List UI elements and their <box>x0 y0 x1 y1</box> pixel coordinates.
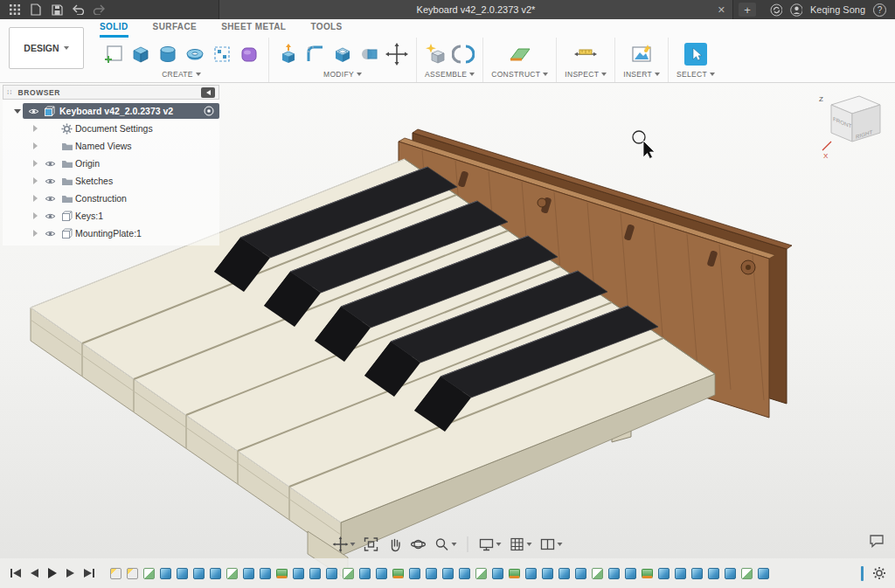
pan-icon[interactable] <box>333 536 356 552</box>
expand-arrow-icon[interactable] <box>33 230 38 237</box>
file-icon[interactable] <box>30 3 42 16</box>
apps-grid-icon[interactable] <box>9 3 21 16</box>
timeline-feature-extrude-icon[interactable] <box>426 568 437 579</box>
timeline-feature-extrude-icon[interactable] <box>691 568 703 579</box>
timeline-feature-extrude-icon[interactable] <box>293 568 304 579</box>
tab-solid[interactable]: SOLID <box>100 22 128 38</box>
tab-tools[interactable]: TOOLS <box>310 22 342 38</box>
activate-component-icon[interactable] <box>204 106 214 116</box>
timeline-feature-extrude-icon[interactable] <box>708 568 719 579</box>
timeline-feature-plane-icon[interactable] <box>276 569 288 578</box>
create-cylinder-icon[interactable] <box>156 43 179 66</box>
modify-move-icon[interactable] <box>385 43 408 66</box>
step-forward-icon[interactable] <box>64 566 78 580</box>
timeline-feature-extrude-icon[interactable] <box>625 568 636 579</box>
timeline-feature-extrude-icon[interactable] <box>177 568 188 579</box>
timeline-feature-extrude-icon[interactable] <box>542 568 553 579</box>
timeline-feature-sketch-icon[interactable] <box>226 568 238 579</box>
browser-item-origin[interactable]: Origin <box>3 155 219 172</box>
timeline-feature-extrude-icon[interactable] <box>725 568 736 579</box>
expand-arrow-icon[interactable] <box>14 109 21 114</box>
expand-arrow-icon[interactable] <box>33 195 38 202</box>
modify-press-pull-icon[interactable] <box>277 43 300 66</box>
timeline-feature-extrude-icon[interactable] <box>608 568 620 579</box>
timeline-feature-extrude-icon[interactable] <box>243 568 254 579</box>
visibility-eye-icon[interactable] <box>45 160 56 168</box>
assemble-new-component-icon[interactable] <box>425 43 448 66</box>
tab-sheet-metal[interactable]: SHEET METAL <box>221 22 286 38</box>
expand-arrow-icon[interactable] <box>33 142 38 149</box>
timeline-feature-plane-icon[interactable] <box>392 569 404 578</box>
browser-item-named-views[interactable]: Named Views <box>3 137 219 155</box>
timeline-feature-extrude-icon[interactable] <box>559 568 570 579</box>
new-tab-button[interactable]: + <box>739 3 756 17</box>
timeline-feature-extrude-icon[interactable] <box>459 568 470 579</box>
timeline-feature-extrude-icon[interactable] <box>492 568 503 579</box>
timeline-settings-gear-icon[interactable] <box>872 566 886 580</box>
timeline-feature-sketch-icon[interactable] <box>592 568 603 579</box>
group-construct-label[interactable]: CONSTRUCT <box>491 70 548 79</box>
collapse-panel-icon[interactable] <box>201 87 215 98</box>
browser-item-sketches[interactable]: Sketches <box>3 172 219 190</box>
drag-handle-icon[interactable]: ⁞⁞ <box>7 88 12 96</box>
sync-icon[interactable] <box>770 3 782 16</box>
expand-arrow-icon[interactable] <box>33 160 38 167</box>
timeline-feature-extrude-icon[interactable] <box>442 568 454 579</box>
modify-combine-icon[interactable] <box>358 43 381 66</box>
zoom-icon[interactable] <box>434 536 457 552</box>
save-icon[interactable] <box>51 3 63 16</box>
visibility-eye-icon[interactable] <box>45 177 56 185</box>
insert-canvas-icon[interactable] <box>630 43 653 66</box>
timeline-feature-extrude-icon[interactable] <box>525 568 537 579</box>
modify-fillet-icon[interactable] <box>304 43 327 66</box>
display-settings-icon[interactable] <box>479 536 502 552</box>
timeline-feature-extrude-icon[interactable] <box>575 568 586 579</box>
browser-root-row[interactable]: Keyboard v42_2.0.2373 v2 <box>3 102 219 120</box>
avatar[interactable] <box>790 3 802 16</box>
group-modify-label[interactable]: MODIFY <box>323 70 362 79</box>
create-sketch-icon[interactable] <box>102 43 125 66</box>
skip-to-end-icon[interactable] <box>82 566 96 580</box>
orbit-icon[interactable] <box>411 536 427 552</box>
timeline-feature-extrude-icon[interactable] <box>160 568 171 579</box>
browser-item-construction[interactable]: Construction <box>3 190 219 207</box>
fit-icon[interactable] <box>364 536 379 552</box>
select-tool-icon[interactable] <box>684 43 707 66</box>
tab-close-icon[interactable]: ✕ <box>718 4 725 16</box>
timeline-feature-component-icon[interactable] <box>127 568 138 579</box>
timeline-feature-sketch-icon[interactable] <box>343 568 354 579</box>
timeline-end-marker[interactable] <box>861 566 864 581</box>
timeline-feature-extrude-icon[interactable] <box>376 568 387 579</box>
timeline-feature-sketch-icon[interactable] <box>143 568 155 579</box>
group-insert-label[interactable]: INSERT <box>623 70 660 79</box>
timeline-feature-extrude-icon[interactable] <box>658 568 670 579</box>
group-assemble-label[interactable]: ASSEMBLE <box>425 70 475 79</box>
viewcube[interactable]: Z FRONT RIGHT X <box>815 87 890 165</box>
workspace-selector[interactable]: DESIGN <box>9 27 84 69</box>
redo-icon[interactable] <box>93 3 105 16</box>
modify-shell-icon[interactable] <box>331 43 354 66</box>
step-back-icon[interactable] <box>27 566 41 580</box>
browser-item-mountingplate[interactable]: MountingPlate:1 <box>3 225 219 242</box>
assemble-joint-icon[interactable] <box>452 43 475 66</box>
create-torus-icon[interactable] <box>184 43 206 66</box>
create-box-icon[interactable] <box>129 43 152 66</box>
comment-icon[interactable] <box>869 534 885 551</box>
timeline-feature-extrude-icon[interactable] <box>758 568 769 579</box>
timeline-feature-extrude-icon[interactable] <box>409 568 420 579</box>
play-icon[interactable] <box>45 566 59 580</box>
group-create-label[interactable]: CREATE <box>162 70 201 79</box>
visibility-eye-icon[interactable] <box>28 107 39 115</box>
skip-to-start-icon[interactable] <box>9 566 23 580</box>
visibility-eye-icon[interactable] <box>45 230 56 238</box>
construct-plane-icon[interactable] <box>508 43 532 66</box>
timeline-feature-extrude-icon[interactable] <box>309 568 321 579</box>
hand-pan-icon[interactable] <box>387 536 403 552</box>
browser-item-keys[interactable]: Keys:1 <box>3 207 219 225</box>
visibility-eye-icon[interactable] <box>45 195 56 203</box>
timeline-feature-component-icon[interactable] <box>110 568 121 579</box>
grid-settings-icon[interactable] <box>510 536 532 552</box>
browser-header[interactable]: ⁞⁞ BROWSER <box>3 85 219 100</box>
user-name[interactable]: Keqing Song <box>810 4 865 15</box>
timeline-feature-sketch-icon[interactable] <box>741 568 753 579</box>
